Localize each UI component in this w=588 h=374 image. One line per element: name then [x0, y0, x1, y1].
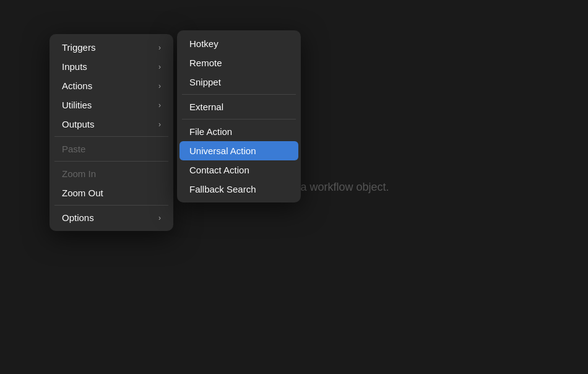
submenu-item-snippet[interactable]: Snippet: [179, 72, 298, 92]
submenu-item-external-label: External: [189, 102, 223, 112]
menu-container: Triggers › Inputs › Actions › Utilities …: [50, 34, 301, 231]
menu-item-inputs-label: Inputs: [62, 61, 87, 72]
chevron-right-icon: ›: [158, 101, 161, 110]
separator-2: [54, 161, 168, 162]
submenu-item-hotkey[interactable]: Hotkey: [179, 34, 298, 53]
menu-item-zoom-out[interactable]: Zoom Out: [52, 183, 171, 202]
submenu-item-external[interactable]: External: [179, 97, 298, 116]
submenu-item-remote[interactable]: Remote: [179, 53, 298, 72]
submenu-item-hotkey-label: Hotkey: [189, 38, 218, 49]
menu-item-zoom-in: Zoom In: [52, 164, 171, 183]
menu-item-actions[interactable]: Actions ›: [52, 76, 171, 95]
chevron-right-icon: ›: [158, 214, 161, 222]
submenu-item-fallback-search-label: Fallback Search: [189, 184, 256, 194]
menu-item-paste: Paste: [52, 139, 171, 159]
chevron-right-icon: ›: [158, 63, 161, 71]
menu-item-utilities[interactable]: Utilities ›: [52, 95, 171, 115]
submenu-item-contact-action[interactable]: Contact Action: [179, 160, 298, 180]
menu-item-triggers-label: Triggers: [62, 42, 95, 53]
submenu-separator-1: [182, 94, 296, 95]
submenu-item-file-action[interactable]: File Action: [179, 122, 298, 141]
submenu-item-snippet-label: Snippet: [189, 77, 221, 87]
submenu-panel: Hotkey Remote Snippet External File Acti…: [177, 30, 301, 202]
submenu-item-remote-label: Remote: [189, 58, 222, 68]
menu-item-zoom-in-label: Zoom In: [62, 168, 96, 179]
submenu-item-contact-action-label: Contact Action: [189, 165, 249, 175]
menu-item-paste-label: Paste: [62, 144, 85, 154]
separator-1: [54, 136, 168, 137]
submenu-item-universal-action-label: Universal Action: [189, 146, 256, 156]
menu-item-triggers[interactable]: Triggers ›: [52, 38, 171, 57]
main-menu-panel: Triggers › Inputs › Actions › Utilities …: [50, 34, 173, 231]
submenu-item-universal-action[interactable]: Universal Action: [179, 141, 298, 160]
menu-item-outputs[interactable]: Outputs ›: [52, 115, 171, 134]
menu-item-utilities-label: Utilities: [62, 100, 92, 110]
submenu-item-fallback-search[interactable]: Fallback Search: [179, 180, 298, 199]
chevron-right-icon: ›: [158, 120, 161, 129]
menu-item-actions-label: Actions: [62, 80, 92, 91]
menu-item-inputs[interactable]: Inputs ›: [52, 57, 171, 76]
menu-item-zoom-out-label: Zoom Out: [62, 188, 103, 198]
menu-item-outputs-label: Outputs: [62, 119, 95, 129]
menu-item-options[interactable]: Options ›: [52, 208, 171, 227]
menu-item-options-label: Options: [62, 212, 94, 223]
chevron-right-icon: ›: [158, 43, 161, 52]
submenu-separator-2: [182, 119, 296, 120]
separator-3: [54, 205, 168, 206]
chevron-right-icon: ›: [158, 82, 161, 90]
submenu-item-file-action-label: File Action: [189, 126, 232, 137]
